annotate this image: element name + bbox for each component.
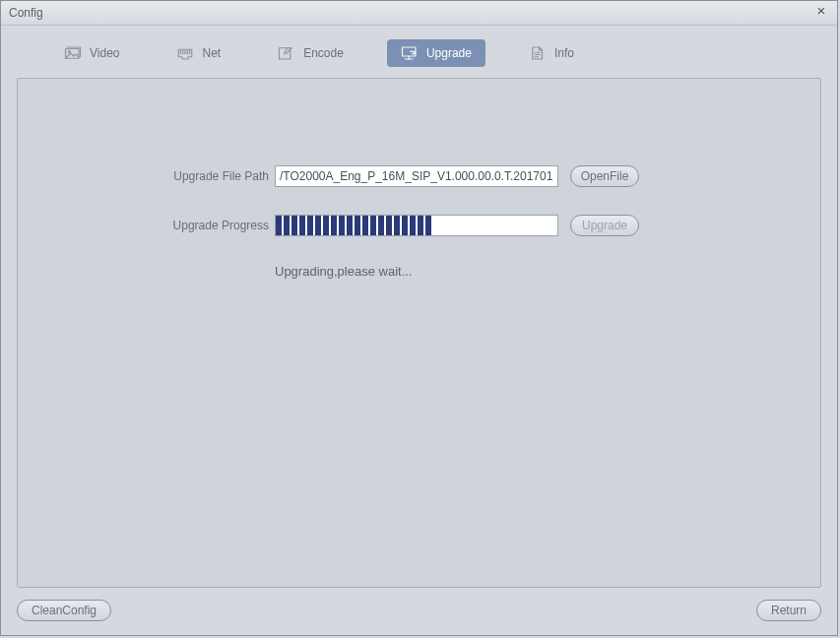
close-icon[interactable]: × <box>811 3 831 21</box>
tab-net[interactable]: Net <box>162 39 234 67</box>
tab-bar: Video Net Enco <box>1 26 837 73</box>
status-text: Upgrading,please wait... <box>275 264 732 279</box>
progress-bar <box>275 215 558 236</box>
open-file-button[interactable]: OpenFile <box>570 165 639 187</box>
clean-config-button[interactable]: CleanConfig <box>17 600 111 621</box>
photo-icon <box>64 45 82 61</box>
tab-encode[interactable]: Encode <box>264 39 357 67</box>
edit-icon <box>278 45 295 61</box>
upgrade-form: Upgrade File Path OpenFile Upgrade Progr… <box>146 165 732 279</box>
bottom-bar: CleanConfig Return <box>17 600 821 621</box>
progress-label: Upgrade Progress <box>146 219 269 232</box>
row-progress: Upgrade Progress Upgrade <box>146 215 732 236</box>
tab-label: Video <box>90 46 119 60</box>
ethernet-icon <box>176 45 194 61</box>
content-panel: Upgrade File Path OpenFile Upgrade Progr… <box>17 78 821 588</box>
row-file-path: Upgrade File Path OpenFile <box>146 165 732 187</box>
tab-label: Info <box>554 46 574 60</box>
tab-label: Upgrade <box>426 46 472 60</box>
config-window: Config × Video <box>0 0 838 636</box>
document-icon <box>529 45 547 61</box>
tab-upgrade[interactable]: Upgrade <box>387 39 485 67</box>
upgrade-icon <box>401 45 419 61</box>
tab-video[interactable]: Video <box>50 39 133 67</box>
file-path-label: Upgrade File Path <box>146 169 269 183</box>
upgrade-button[interactable]: Upgrade <box>570 215 639 236</box>
tab-info[interactable]: Info <box>515 39 588 67</box>
titlebar: Config × <box>1 1 837 26</box>
tab-label: Encode <box>303 46 344 60</box>
svg-point-1 <box>68 50 70 52</box>
tab-label: Net <box>202 46 221 60</box>
progress-fill <box>276 216 433 235</box>
file-path-input[interactable] <box>275 165 558 187</box>
window-title: Config <box>9 6 43 20</box>
return-button[interactable]: Return <box>756 600 821 621</box>
